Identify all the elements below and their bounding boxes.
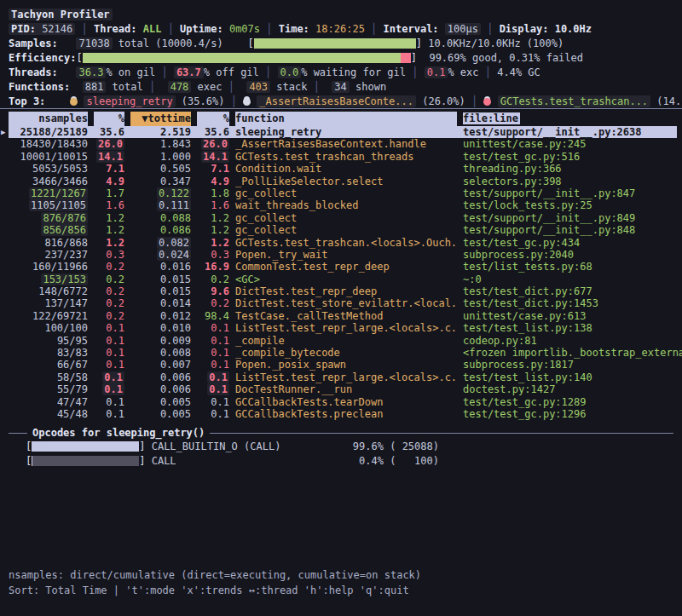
cell-pct-direct-value: 26.0 [96, 138, 124, 150]
stat-unit: % GC [516, 66, 540, 78]
table-row[interactable]: 100/1000.10.0100.1ListTest.test_repr_lar… [0, 322, 677, 334]
cell-tottime-value: 0.088 [160, 212, 191, 224]
column-header-nsamples[interactable]: nsamples [9, 112, 88, 126]
column-header-pct-cumulative[interactable]: % [197, 112, 229, 126]
table-row[interactable]: 5053/50537.10.5057.1Condition.waitthread… [0, 163, 677, 175]
functions-line: Functions: 881 total │ 478 exec │ 403 st… [9, 80, 682, 95]
bracket: ] [416, 37, 422, 49]
table-row[interactable]: 95/950.10.0090.1_compilecodeop.py:81 [0, 335, 677, 347]
cell-function: GCCallbackTests.preclean [235, 408, 457, 420]
cell-nsamples-value: 3466/3466 [32, 176, 88, 187]
cell-pct-cumulative: 1.6 [197, 199, 229, 211]
cell-function-value: _compile [235, 335, 285, 347]
cell-nsamples: 1221/1267 [9, 187, 88, 199]
cell-function-value: DocTestRunner.__run [235, 383, 352, 395]
cell-nsamples: 18430/18430 [9, 138, 88, 150]
stat-unit: % on gil [106, 66, 155, 78]
cell-nsamples-value: 237/237 [44, 249, 88, 261]
cell-pct-direct: 4.9 [94, 176, 124, 187]
column-header-pct-direct[interactable]: % [94, 112, 124, 126]
table-row[interactable]: 58/580.10.0060.1ListTest.test_repr_large… [0, 371, 677, 383]
table-row[interactable]: 83/830.10.0080.1_compile_bytecode<frozen… [0, 347, 677, 359]
cell-tottime: 0.082 [130, 237, 191, 249]
table-row[interactable]: 10001/1001514.11.00014.1GCTests.test_tra… [0, 151, 677, 163]
cell-pct-direct-value: 0.1 [106, 359, 124, 371]
stat-unit: % exc [448, 66, 478, 78]
bracket: [ [26, 440, 32, 452]
cell-tottime-value: 0.347 [160, 176, 191, 187]
cell-pct-direct: 0.1 [94, 347, 124, 359]
cell-tottime-value: 0.505 [160, 163, 191, 175]
cell-pct-cumulative: 0.1 [197, 347, 229, 359]
cell-tottime-value: 0.006 [160, 383, 191, 395]
cell-fileline-value: selectors.py:398 [463, 176, 562, 187]
table-row[interactable]: 55/790.10.0060.1DocTestRunner.__rundocte… [0, 383, 677, 395]
cell-function-value: <GC> [235, 273, 260, 285]
cell-pct-cumulative: 0.1 [197, 408, 229, 420]
table-row[interactable]: 816/8681.20.0821.2GCTests.test_trashcan.… [0, 237, 677, 249]
table-row[interactable]: 1105/11051.60.1111.6wait_threads_blocked… [0, 199, 677, 211]
cell-pct-cumulative: 14.1 [197, 151, 229, 163]
cell-pct-direct: 35.6 [94, 126, 124, 138]
column-header-function[interactable]: function [235, 112, 457, 126]
table-row[interactable]: 3466/34664.90.3474.9_PollLikeSelector.se… [0, 176, 677, 187]
opcode-frequency-bar [32, 456, 139, 466]
cell-nsamples: 137/147 [9, 297, 88, 309]
table-row[interactable]: 160/119660.20.01616.9CommonTest.test_rep… [0, 261, 677, 273]
cell-function-value: _AssertRaisesBaseContext.handle [235, 138, 426, 150]
status-header: Tachyon Profiler PID: 52146 │ Thread: AL… [9, 8, 682, 109]
stat-unit: % off gil [204, 66, 259, 78]
table-row[interactable]: 45/480.10.0050.1GCCallbackTests.preclean… [0, 408, 677, 420]
table-row[interactable]: 1221/12671.70.1221.8gc_collecttest/suppo… [0, 187, 677, 199]
gold-medal-icon [70, 98, 78, 106]
column-header-fileline[interactable]: file:line [463, 112, 677, 126]
stat-value: 478 [168, 81, 192, 93]
table-row[interactable]: 18430/1843026.01.84326.0_AssertRaisesBas… [0, 138, 677, 150]
cell-pct-direct: 1.2 [94, 237, 124, 249]
cell-tottime: 0.009 [130, 335, 191, 347]
cell-function: TestCase._callTestMethod [235, 310, 457, 322]
cell-pct-direct-value: 0.1 [106, 396, 124, 408]
table-row[interactable]: 122/697210.20.01298.4TestCase._callTestM… [0, 310, 677, 322]
table-row[interactable]: 876/8761.20.0881.2gc_collecttest/support… [0, 212, 677, 224]
table-row[interactable]: 237/2370.30.0240.3Popen._try_waitsubproc… [0, 249, 677, 261]
cell-nsamples-value: 58/58 [57, 371, 88, 383]
thread-value[interactable]: ALL [143, 23, 162, 35]
cell-nsamples-value: 1105/1105 [29, 199, 88, 211]
cell-pct-cumulative-value: 1.2 [211, 212, 229, 224]
cell-fileline: test/test_gc.py:1296 [463, 408, 677, 420]
cell-function: Popen._posix_spawn [235, 359, 457, 371]
samples-label: Samples: [9, 37, 76, 49]
stat-value: 63.7 [174, 66, 204, 78]
stat-unit: % waiting for gil [301, 66, 406, 78]
table-body: ▶25188/2518935.62.51935.6sleeping_retryt… [0, 126, 677, 420]
table-row-selected[interactable]: ▶25188/2518935.62.51935.6sleeping_retryt… [0, 126, 677, 138]
cell-function: ListTest.test_repr_large.<locals>.c... [235, 371, 457, 383]
table-row[interactable]: 66/670.10.0070.1Popen._posix_spawnsubpro… [0, 359, 677, 371]
column-header-tottime-sorted[interactable]: ▼tottime [130, 112, 191, 126]
process-info-line: PID: 52146 │ Thread: ALL │ Uptime: 0m07s… [9, 22, 682, 37]
top-function-pct: (35.6%) [176, 95, 225, 107]
opcode-pct: 0.4% ( 100) [298, 454, 439, 469]
table-row[interactable]: 148/67720.20.0159.6DictTest.test_repr_de… [0, 285, 677, 297]
cell-pct-cumulative: 1.2 [197, 224, 229, 236]
cell-tottime: 0.012 [130, 310, 191, 322]
bracket: [ [26, 455, 32, 467]
cell-nsamples-value: 5053/5053 [32, 163, 88, 175]
table-row[interactable]: 856/8561.20.0861.2gc_collecttest/support… [0, 224, 677, 236]
cell-pct-direct: 14.1 [94, 151, 124, 163]
cell-tottime: 0.006 [130, 383, 191, 395]
cell-nsamples-value: 160/11966 [32, 261, 88, 273]
app-title: Tachyon Profiler [9, 9, 113, 20]
cell-tottime: 0.005 [130, 396, 191, 408]
cell-function-value: GCTests.test_trashcan.<locals>.Ouch... [235, 237, 457, 249]
table-row[interactable]: 137/1470.20.0140.2DictTest.test_store_ev… [0, 297, 677, 309]
cell-pct-cumulative-value: 0.1 [207, 383, 229, 395]
cell-fileline: unittest/case.py:245 [463, 138, 677, 150]
cell-pct-direct: 26.0 [94, 138, 124, 150]
cell-function: gc_collect [235, 212, 457, 224]
cell-function-value: DictTest.test_repr_deep [235, 285, 377, 297]
table-row[interactable]: 47/470.10.0050.1GCCallbackTests.tearDown… [0, 396, 677, 408]
table-row[interactable]: 153/1530.20.0150.2<GC>~:0 [0, 273, 677, 285]
cell-tottime-value: 0.007 [160, 359, 191, 371]
